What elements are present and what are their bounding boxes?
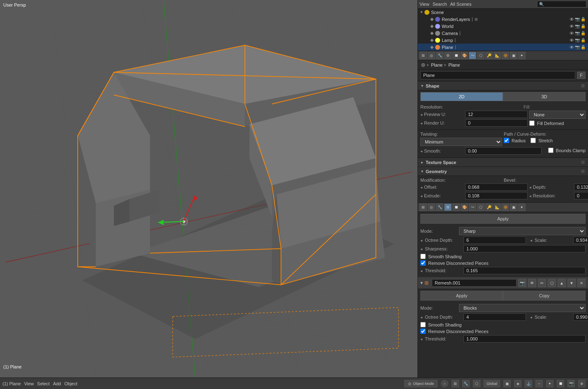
props-btn-9[interactable]: 🔑: [485, 52, 493, 59]
status-btn-snap[interactable]: 🔧: [462, 380, 470, 387]
outliner-item-scene[interactable]: ▾ Scene: [418, 9, 588, 16]
fill-dropdown[interactable]: None: [529, 111, 586, 119]
props-btn-4[interactable]: ⚙: [444, 52, 452, 59]
render-u-field[interactable]: [465, 119, 528, 127]
properties-scroll[interactable]: ◎ ▸ Plane ▸ Plane F ▾ Shape ⊞ 2D 3D: [418, 60, 588, 377]
radius-checkbox[interactable]: [504, 138, 509, 143]
object-mode-btn[interactable]: ◎ Object Mode: [404, 380, 438, 387]
props-btn-11[interactable]: 🔆: [502, 52, 509, 59]
viewport[interactable]: User Persp: [0, 0, 417, 377]
mod-tb-2[interactable]: ◎: [428, 204, 435, 211]
mod2-eye-icon[interactable]: 👁: [528, 279, 536, 287]
global-btn[interactable]: Global: [484, 380, 500, 387]
mod2-mode-dropdown[interactable]: Blocks: [459, 304, 586, 312]
all-scenes-dropdown[interactable]: All Scenes: [450, 2, 472, 7]
mod2-render-icon[interactable]: 📷: [518, 279, 526, 287]
extrude-field[interactable]: [465, 192, 528, 199]
mod2-remove-checkbox[interactable]: [420, 329, 426, 334]
bounds-clamp-checkbox[interactable]: [548, 148, 553, 153]
status-btn-extra6[interactable]: 🔲: [557, 380, 564, 387]
breadcrumb-plane1[interactable]: Plane: [431, 63, 443, 67]
outliner-item-camera[interactable]: ◆ Camera | 👁 📷 🔒: [418, 30, 588, 37]
status-btn-extra7[interactable]: 📷: [567, 380, 575, 387]
geometry-section-header[interactable]: ▾ Geometry ⊞: [418, 167, 588, 176]
mod1-mode-dropdown[interactable]: Sharp: [459, 227, 586, 235]
status-select[interactable]: Select: [37, 381, 50, 386]
status-view[interactable]: View: [24, 381, 34, 386]
status-btn-extra3[interactable]: ⚓: [525, 380, 532, 387]
props-btn-2[interactable]: ◎: [428, 52, 435, 59]
mod2-close-icon[interactable]: ✕: [577, 279, 586, 287]
status-btn-extra5[interactable]: ✦: [546, 380, 553, 387]
mod1-smooth-checkbox[interactable]: [420, 254, 426, 259]
smooth-field[interactable]: [465, 147, 542, 155]
outliner-item-lamp[interactable]: ◆ Lamp | 👁 📷 🔒: [418, 37, 588, 44]
props-btn-10[interactable]: 📐: [493, 52, 501, 59]
resolution-bevel-field[interactable]: [574, 192, 588, 199]
shape-section-header[interactable]: ▾ Shape ⊞: [418, 81, 588, 90]
status-btn-mirror[interactable]: ⬡: [473, 380, 480, 387]
mod2-edit-icon[interactable]: ✏: [538, 279, 546, 287]
mod1-octree-field[interactable]: [463, 236, 526, 244]
props-btn-1[interactable]: ⊞: [420, 52, 427, 59]
mod1-scale-field[interactable]: [573, 236, 588, 244]
props-btn-8[interactable]: ⬡: [477, 52, 484, 59]
name-f-button[interactable]: F: [577, 72, 586, 79]
outliner-item-plane[interactable]: ◆ Plane | 👁 📷 🔒: [418, 44, 588, 51]
mod-tb-3[interactable]: 🔧: [436, 204, 443, 211]
stretch-checkbox[interactable]: [530, 138, 536, 143]
status-btn-extra1[interactable]: ▣: [503, 380, 511, 387]
apply-button-2[interactable]: Apply: [420, 291, 503, 301]
mod-tb-10[interactable]: 📐: [493, 204, 501, 211]
breadcrumb-plane2[interactable]: Plane: [448, 63, 460, 67]
mod2-scale-field[interactable]: [573, 313, 588, 321]
name-field[interactable]: [420, 71, 575, 79]
mod-tb-5[interactable]: 🔲: [452, 204, 460, 211]
status-btn-extra8[interactable]: ⊕: [578, 380, 586, 387]
depth-field[interactable]: [574, 183, 588, 191]
mod-tb-9[interactable]: 🔑: [485, 204, 493, 211]
apply-button-1[interactable]: Apply: [420, 214, 586, 224]
mod1-remove-checkbox[interactable]: [420, 260, 426, 266]
props-btn-7[interactable]: 〜: [469, 52, 476, 59]
view-menu[interactable]: View: [420, 2, 429, 7]
tab-2d[interactable]: 2D: [420, 92, 503, 101]
mod-tb-6[interactable]: 🎨: [461, 204, 468, 211]
mod-tb-12[interactable]: ▣: [510, 204, 517, 211]
mod2-frame-icon[interactable]: ⬡: [548, 279, 556, 287]
mod-tb-4[interactable]: ⚙: [444, 204, 452, 211]
twisting-dropdown[interactable]: Minimum: [420, 138, 502, 146]
texture-space-header[interactable]: ▸ Texture Space ⊞: [418, 158, 588, 167]
mod2-threshold-field[interactable]: [463, 335, 586, 343]
status-btn-extra2[interactable]: ◈: [514, 380, 521, 387]
props-btn-5[interactable]: 🔲: [452, 52, 460, 59]
outliner-item-renderlayers[interactable]: ◆ RenderLayers | ⊞ 👁 📷 🔒: [418, 16, 588, 23]
mod2-octree-field[interactable]: [463, 313, 526, 321]
mod-tb-7[interactable]: 〜: [469, 204, 476, 211]
copy-button-2[interactable]: Copy: [503, 291, 586, 301]
modifier2-name-field[interactable]: [432, 279, 517, 287]
props-btn-6[interactable]: 🎨: [461, 52, 468, 59]
mod2-up-icon[interactable]: ▲: [558, 279, 566, 287]
tab-3d[interactable]: 3D: [503, 92, 586, 101]
status-btn-extra4[interactable]: ↔: [535, 380, 543, 387]
props-btn-13[interactable]: ✦: [518, 52, 526, 59]
mod-tb-11[interactable]: 🔆: [502, 204, 509, 211]
mod1-sharpness-field[interactable]: [463, 245, 586, 252]
props-btn-3[interactable]: 🔧: [436, 52, 443, 59]
search-menu[interactable]: Search: [433, 2, 447, 7]
mod2-down-icon[interactable]: ▼: [567, 279, 576, 287]
mod-tb-8[interactable]: ⬡: [477, 204, 484, 211]
offset-field[interactable]: [465, 183, 528, 191]
status-object[interactable]: Object: [64, 381, 77, 386]
mod1-threshold-field[interactable]: [463, 267, 586, 274]
mod2-smooth-checkbox[interactable]: [420, 322, 426, 327]
preview-u-field[interactable]: [465, 111, 528, 118]
status-add[interactable]: Add: [53, 381, 61, 386]
props-btn-12[interactable]: ▣: [510, 52, 517, 59]
outliner-item-world[interactable]: ◆ World 👁 📷 🔒: [418, 23, 588, 30]
fill-deformed-checkbox[interactable]: [529, 120, 535, 126]
status-btn-circle[interactable]: ○: [441, 380, 448, 387]
mod-tb-13[interactable]: ✦: [518, 204, 526, 211]
status-btn-grid[interactable]: ⊞: [452, 380, 459, 387]
